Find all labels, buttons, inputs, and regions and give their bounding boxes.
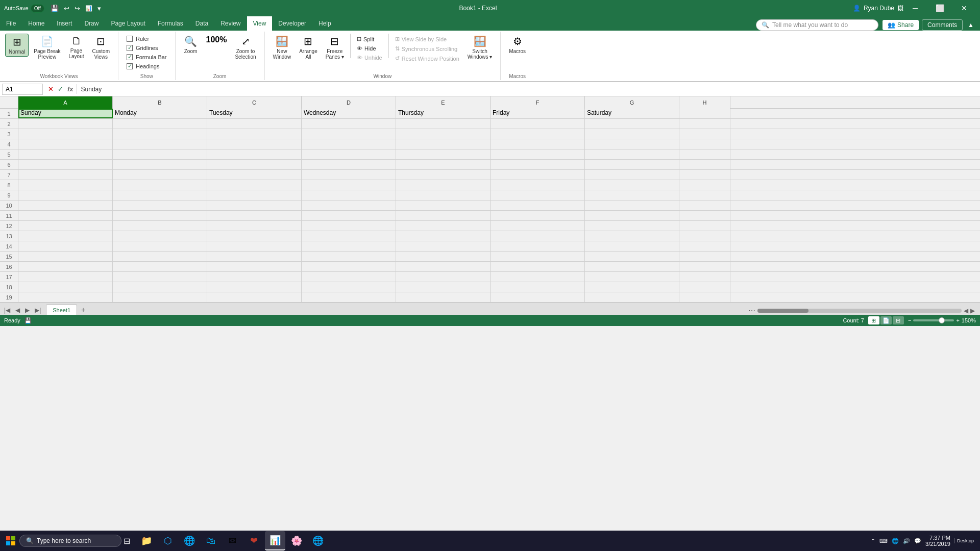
- normal-view-button[interactable]: ⊞ Normal: [5, 34, 29, 57]
- cell-d5[interactable]: [302, 149, 396, 159]
- tab-developer[interactable]: Developer: [272, 16, 312, 31]
- cell-reference-box[interactable]: A1: [2, 84, 43, 95]
- cell-c8[interactable]: [207, 180, 302, 190]
- cell-b12[interactable]: [113, 221, 207, 231]
- tab-review[interactable]: Review: [214, 16, 247, 31]
- column-header-b[interactable]: B: [113, 96, 207, 109]
- cell-d9[interactable]: [302, 190, 396, 200]
- row-number[interactable]: 4: [0, 139, 18, 149]
- cell-e10[interactable]: [396, 201, 491, 210]
- cell-e16[interactable]: [396, 262, 491, 271]
- cell-d13[interactable]: [302, 231, 396, 241]
- tab-formulas[interactable]: Formulas: [152, 16, 189, 31]
- cell-e13[interactable]: [396, 231, 491, 241]
- insert-function-button[interactable]: fx: [66, 84, 75, 94]
- more-icon[interactable]: ▾: [95, 3, 103, 14]
- cell-f17[interactable]: [491, 272, 585, 282]
- sync-scroll-button[interactable]: ⇅ Synchronous Scrolling: [393, 44, 461, 53]
- tab-view[interactable]: View: [247, 16, 273, 31]
- cell-h3[interactable]: [679, 129, 730, 139]
- cell-b15[interactable]: [113, 252, 207, 261]
- cell-c4[interactable]: [207, 139, 302, 149]
- cell-c3[interactable]: [207, 129, 302, 139]
- cell-d2[interactable]: [302, 119, 396, 129]
- new-window-button[interactable]: 🪟 NewWindow: [270, 34, 295, 61]
- sheet-options-icon[interactable]: ⋯: [748, 307, 755, 315]
- cell-a2[interactable]: [18, 119, 113, 129]
- cell-e8[interactable]: [396, 180, 491, 190]
- sheet-nav-next[interactable]: ▶: [23, 306, 32, 315]
- cell-g17[interactable]: [585, 272, 679, 282]
- switch-windows-button[interactable]: 🪟 SwitchWindows ▾: [464, 34, 495, 61]
- cell-b10[interactable]: [113, 201, 207, 210]
- formula-bar-checkbox[interactable]: Formula Bar: [125, 53, 169, 61]
- cell-a5[interactable]: [18, 149, 113, 159]
- zoom-out-btn[interactable]: −: [908, 317, 911, 323]
- autosave-toggle[interactable]: Off: [31, 4, 44, 13]
- cell-b8[interactable]: [113, 180, 207, 190]
- row-number[interactable]: 16: [0, 262, 18, 271]
- cell-h6[interactable]: [679, 160, 730, 169]
- cell-a11[interactable]: [18, 211, 113, 220]
- tab-insert[interactable]: Insert: [51, 16, 78, 31]
- headings-checkbox[interactable]: Headings: [125, 62, 169, 70]
- show-desktop-button[interactable]: Desktop: [954, 538, 974, 543]
- column-header-a[interactable]: A: [18, 96, 113, 109]
- custom-views-button[interactable]: ⊡ CustomViews: [89, 34, 113, 61]
- cell-f12[interactable]: [491, 221, 585, 231]
- cell-d16[interactable]: [302, 262, 396, 271]
- share-button[interactable]: 👥 Share: [883, 20, 919, 30]
- arrange-all-button[interactable]: ⊞ ArrangeAll: [296, 34, 321, 61]
- cell-b13[interactable]: [113, 231, 207, 241]
- cell-g19[interactable]: [585, 292, 679, 302]
- cell-e3[interactable]: [396, 129, 491, 139]
- zoom-button[interactable]: 🔍 Zoom: [181, 34, 201, 56]
- cell-g11[interactable]: [585, 211, 679, 220]
- zoom-100-button[interactable]: 100%: [203, 34, 230, 47]
- collapse-ribbon-button[interactable]: ▲: [966, 20, 976, 30]
- cell-f14[interactable]: [491, 241, 585, 251]
- cell-c16[interactable]: [207, 262, 302, 271]
- cell-g14[interactable]: [585, 241, 679, 251]
- tab-draw[interactable]: Draw: [78, 16, 105, 31]
- keyboard-icon[interactable]: ⌨: [879, 538, 888, 544]
- column-header-c[interactable]: C: [207, 96, 302, 109]
- cell-a19[interactable]: [18, 292, 113, 302]
- cell-f15[interactable]: [491, 252, 585, 261]
- cell-d3[interactable]: [302, 129, 396, 139]
- cell-h10[interactable]: [679, 201, 730, 210]
- cell-h12[interactable]: [679, 221, 730, 231]
- cell-e6[interactable]: [396, 160, 491, 169]
- tab-help[interactable]: Help: [312, 16, 337, 31]
- cell-d18[interactable]: [302, 282, 396, 292]
- page-break-view-button[interactable]: 📄 Page BreakPreview: [31, 34, 63, 61]
- cell-h14[interactable]: [679, 241, 730, 251]
- cell-h16[interactable]: [679, 262, 730, 271]
- taskbar-windows-store[interactable]: 🛍: [201, 531, 221, 550]
- view-side-by-side-button[interactable]: ⊞ View Side by Side: [393, 35, 461, 43]
- formula-content[interactable]: Sunday: [79, 86, 978, 93]
- volume-icon[interactable]: 🔊: [903, 538, 910, 544]
- cell-a10[interactable]: [18, 201, 113, 210]
- cell-b11[interactable]: [113, 211, 207, 220]
- page-layout-status-btn[interactable]: 📄: [880, 316, 892, 324]
- cell-h8[interactable]: [679, 180, 730, 190]
- zoom-selection-button[interactable]: ⤢ Zoom toSelection: [232, 34, 259, 61]
- cell-f13[interactable]: [491, 231, 585, 241]
- undo-icon[interactable]: ↩: [62, 3, 71, 14]
- cell-d8[interactable]: [302, 180, 396, 190]
- cell-h19[interactable]: [679, 292, 730, 302]
- cell-d7[interactable]: [302, 170, 396, 180]
- cell-g16[interactable]: [585, 262, 679, 271]
- column-header-f[interactable]: F: [491, 96, 585, 109]
- notification-icon[interactable]: 💬: [914, 538, 921, 544]
- cell-c11[interactable]: [207, 211, 302, 220]
- cell-f7[interactable]: [491, 170, 585, 180]
- tab-home[interactable]: Home: [22, 16, 51, 31]
- cell-a18[interactable]: [18, 282, 113, 292]
- row-number[interactable]: 1: [0, 109, 18, 118]
- cell-c15[interactable]: [207, 252, 302, 261]
- cell-d6[interactable]: [302, 160, 396, 169]
- cell-h15[interactable]: [679, 252, 730, 261]
- cell-c14[interactable]: [207, 241, 302, 251]
